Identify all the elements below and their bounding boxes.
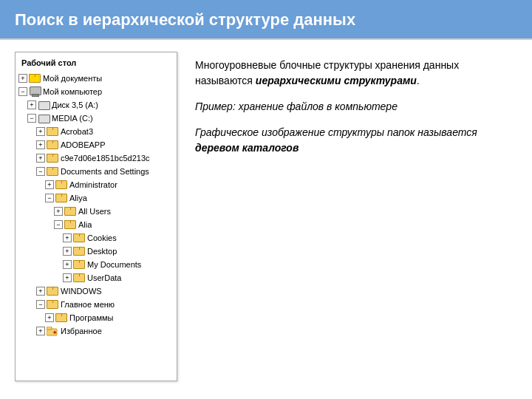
folder-icon bbox=[47, 300, 58, 309]
list-item[interactable]: + c9e7d06e1851bc5d213c bbox=[18, 151, 174, 165]
item-label: Главное меню bbox=[61, 299, 115, 310]
list-item[interactable]: + Диск 3,5 (A:) bbox=[18, 98, 174, 112]
list-item[interactable]: + Мой документы bbox=[18, 72, 174, 85]
drive-icon bbox=[38, 100, 50, 109]
list-item[interactable]: + Acrobat3 bbox=[18, 125, 174, 138]
expand-icon[interactable]: + bbox=[36, 127, 45, 136]
expand-icon[interactable]: + bbox=[63, 260, 72, 269]
item-label: My Documents bbox=[87, 259, 141, 270]
list-item[interactable]: + WINDOWS bbox=[18, 284, 174, 298]
list-item[interactable]: − MEDIA (C:) bbox=[18, 112, 174, 125]
tree-title: Рабочий стол bbox=[18, 57, 174, 70]
expand-icon[interactable]: + bbox=[36, 140, 45, 149]
list-item[interactable]: + UserData bbox=[18, 271, 174, 284]
item-label: Acrobat3 bbox=[61, 126, 93, 137]
computer-icon bbox=[29, 86, 41, 97]
expand-icon[interactable]: − bbox=[27, 114, 36, 123]
item-label: MEDIA (C:) bbox=[52, 112, 93, 124]
text-panel: Многоуровневые блочные структуры хранени… bbox=[192, 52, 517, 381]
folder-icon bbox=[29, 74, 41, 83]
list-item[interactable]: + Cookies bbox=[18, 231, 174, 245]
list-item[interactable]: − Aliya bbox=[18, 191, 174, 205]
expand-icon[interactable]: − bbox=[36, 167, 45, 176]
expand-icon[interactable]: − bbox=[54, 220, 63, 229]
drive-icon bbox=[38, 114, 50, 123]
folder-icon bbox=[73, 233, 85, 242]
expand-icon[interactable]: − bbox=[18, 87, 27, 96]
svg-text:★: ★ bbox=[52, 330, 57, 335]
item-label: Documents and Settings bbox=[61, 166, 149, 177]
folder-icon bbox=[55, 180, 67, 189]
folder-icon bbox=[47, 140, 58, 149]
item-label: All Users bbox=[78, 205, 111, 217]
folder-icon bbox=[64, 220, 76, 229]
folder-icon bbox=[73, 260, 85, 269]
expand-icon[interactable]: + bbox=[36, 154, 45, 163]
paragraph-3-bold: деревом каталогов bbox=[195, 142, 299, 154]
list-item[interactable]: + Administrator bbox=[18, 178, 174, 191]
folder-icon bbox=[47, 287, 58, 296]
folder-icon bbox=[55, 194, 67, 202]
expand-icon[interactable]: + bbox=[54, 207, 63, 216]
file-tree-panel: Рабочий стол + Мой документы − Мой компь… bbox=[15, 52, 177, 381]
item-label: Cookies bbox=[87, 232, 117, 244]
list-item[interactable]: − Мой компьютер bbox=[18, 85, 174, 98]
expand-icon[interactable]: + bbox=[63, 273, 72, 282]
paragraph-1-bold: иерархическими структурами bbox=[256, 75, 417, 86]
list-item[interactable]: − Главное меню bbox=[18, 298, 174, 311]
expand-icon[interactable]: + bbox=[18, 74, 27, 83]
item-label: Мой документы bbox=[43, 72, 102, 84]
paragraph-3: Графическое изображение структуры папок … bbox=[195, 125, 514, 156]
item-label: Aliya bbox=[69, 192, 87, 204]
main-content: Рабочий стол + Мой документы − Мой компь… bbox=[0, 40, 532, 393]
paragraph-1-end: . bbox=[417, 75, 420, 86]
folder-icon bbox=[47, 154, 58, 163]
item-label: Desktop bbox=[87, 245, 117, 257]
svg-rect-1 bbox=[47, 327, 52, 330]
star-folder-icon: ★ bbox=[47, 327, 58, 335]
folder-icon bbox=[64, 207, 76, 216]
page-title: Поиск в иерархической структуре данных bbox=[15, 10, 517, 30]
list-item[interactable]: + Desktop bbox=[18, 245, 174, 258]
list-item[interactable]: − Alia bbox=[18, 218, 174, 231]
expand-icon[interactable]: + bbox=[36, 287, 45, 296]
expand-icon[interactable]: − bbox=[36, 300, 45, 309]
item-label: Administrator bbox=[69, 179, 117, 191]
expand-icon[interactable]: + bbox=[63, 247, 72, 256]
folder-icon bbox=[55, 313, 67, 322]
folder-icon bbox=[47, 167, 58, 176]
paragraph-2: Пример: хранение файлов в компьютере bbox=[195, 99, 514, 115]
paragraph-3-text: Графическое изображение структуры папок … bbox=[195, 126, 477, 138]
item-label: WINDOWS bbox=[61, 285, 102, 297]
folder-icon bbox=[73, 247, 85, 256]
item-label: Программы bbox=[69, 312, 113, 324]
list-item[interactable]: + Программы bbox=[18, 311, 174, 324]
page-header: Поиск в иерархической структуре данных bbox=[0, 0, 532, 40]
item-label: ADOBEAPP bbox=[61, 139, 106, 151]
expand-icon[interactable]: + bbox=[63, 233, 72, 242]
paragraph-2-text: Пример: хранение файлов в компьютере bbox=[195, 100, 398, 112]
paragraph-1: Многоуровневые блочные структуры хранени… bbox=[195, 58, 514, 89]
list-item[interactable]: + ADOBEAPP bbox=[18, 138, 174, 151]
list-item[interactable]: + ★ Избранное bbox=[18, 324, 174, 338]
expand-icon[interactable]: + bbox=[45, 180, 54, 189]
item-label: Alia bbox=[78, 219, 92, 231]
expand-icon[interactable]: + bbox=[45, 313, 54, 322]
item-label: Мой компьютер bbox=[43, 86, 102, 98]
folder-icon bbox=[73, 273, 85, 282]
folder-icon bbox=[47, 127, 58, 136]
item-label: Избранное bbox=[61, 325, 102, 337]
item-label: Диск 3,5 (A:) bbox=[52, 99, 98, 111]
item-label: UserData bbox=[87, 272, 121, 284]
item-label: c9e7d06e1851bc5d213c bbox=[61, 152, 150, 164]
list-item[interactable]: + All Users bbox=[18, 205, 174, 218]
expand-icon[interactable]: + bbox=[27, 100, 36, 109]
list-item[interactable]: + My Documents bbox=[18, 258, 174, 271]
list-item[interactable]: − Documents and Settings bbox=[18, 165, 174, 178]
expand-icon[interactable]: + bbox=[36, 327, 45, 335]
expand-icon[interactable]: − bbox=[45, 194, 54, 202]
